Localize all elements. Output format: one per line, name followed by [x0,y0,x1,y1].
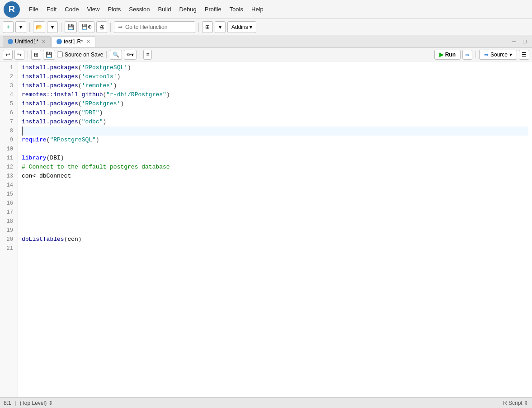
source-button[interactable]: ➡ Source ▾ [479,50,517,60]
save-editor-button[interactable]: 💾 [43,50,55,60]
editor-tabs-bar: Untitled1* ✕ test1.R* ✕ ─ □ [0,35,532,48]
editor-container: Untitled1* ✕ test1.R* ✕ ─ □ ↩ ↪ ⊞ 💾 [0,35,532,408]
run-button[interactable]: ▶ Run [434,50,461,60]
code-line-2: install.packages('devtools') [22,72,528,81]
source-arrow-icon: ➡ [484,52,489,58]
tab-test1r[interactable]: test1.R* ✕ [52,36,95,47]
menu-view[interactable]: View [83,4,103,14]
context-dropdown-icon[interactable]: ⇕ [48,400,53,406]
editor-toolbar-sep-4 [476,51,476,58]
line-num-21: 21 [0,244,15,253]
editor-toolbar-sep-2 [106,51,107,58]
tab-test1r-label: test1.R* [64,38,83,45]
menu-code[interactable]: Code [61,4,82,14]
editor-toolbar: ↩ ↪ ⊞ 💾 Source on Save 🔍 ✏ ▾ ≡ ▶ [0,48,532,61]
r-logo: R [4,1,20,18]
line-num-7: 7 [0,117,15,127]
addins-button[interactable]: Addins ▾ [227,21,256,33]
line-num-3: 3 [0,81,15,90]
tab-untitled1[interactable]: Untitled1* ✕ [3,36,51,47]
code-line-19 [22,226,528,235]
find-button[interactable]: 🔍 [110,50,122,60]
code-line-16 [22,199,528,208]
search-icon: 🔍 [113,52,119,58]
run-forward-button[interactable]: ⇒ [462,50,472,60]
code-content[interactable]: install.packages('RPostgreSQL') install.… [18,61,532,397]
print-icon: 🖨 [99,24,104,30]
go-to-file-input[interactable]: ➡ Go to file/function [114,21,195,33]
status-sep: | [15,400,16,406]
hamburger-icon: ☰ [522,52,527,58]
line-num-10: 10 [0,145,15,154]
menu-plots[interactable]: Plots [104,4,124,14]
save-editor-icon: 💾 [46,52,52,58]
addins-label: Addins [231,24,248,30]
toolbar-separator-2 [61,23,61,32]
undo-button[interactable]: ↩ [3,50,13,60]
new-file-icon: + [6,24,9,30]
editor-menu-button[interactable]: ☰ [519,50,529,60]
line-num-1: 1 [0,63,15,72]
line-num-2: 2 [0,72,15,81]
addins-dropdown-icon: ▾ [250,24,252,30]
code-line-14 [22,181,528,190]
save-icon: 💾 [67,24,74,30]
tab-untitled1-close[interactable]: ✕ [42,39,46,45]
workspace-button[interactable]: ⊞ [202,21,213,33]
context-indicator: (Top Level) ⇕ [20,400,53,406]
source-on-save-label[interactable]: Source on Save [57,52,103,58]
menu-session[interactable]: Session [125,4,153,14]
menu-file[interactable]: File [25,4,42,14]
line-num-4: 4 [0,90,15,99]
menu-help[interactable]: Help [248,4,267,14]
line-num-12: 12 [0,163,15,172]
workspace-dropdown[interactable]: ▾ [215,21,226,33]
new-file-dropdown[interactable]: ▾ [15,21,26,33]
code-line-4: remotes::install_github("r-dbi/RPostgres… [22,90,528,99]
save-all-button[interactable]: 💾⊕ [79,21,94,33]
show-in-new-window-button[interactable]: ⊞ [31,50,41,60]
editor-toolbar-sep-3 [140,51,140,58]
code-editor[interactable]: 1 2 3 4 5 6 7 8 9 10 11 12 13 14 15 16 1… [0,61,532,397]
script-type: R Script ⇕ [503,400,528,406]
run-label: Run [445,52,456,58]
menu-build[interactable]: Build [155,4,175,14]
menu-profile[interactable]: Profile [201,4,225,14]
test1r-tab-icon [56,39,62,44]
line-num-11: 11 [0,154,15,163]
code-line-20: dbListTables(con) [22,235,528,244]
line-num-8: 8 [0,127,15,136]
code-line-1: install.packages('RPostgreSQL') [22,63,528,72]
menu-edit[interactable]: Edit [43,4,60,14]
source-on-save-checkbox[interactable] [57,52,63,57]
open-file-dropdown[interactable]: ▾ [47,21,58,33]
redo-button[interactable]: ↪ [14,50,24,60]
menu-debug[interactable]: Debug [175,4,200,14]
line-num-20: 20 [0,235,15,244]
tab-test1r-close[interactable]: ✕ [86,39,90,45]
source-label: Source [490,52,508,58]
menu-tools[interactable]: Tools [226,4,247,14]
code-line-10 [22,145,528,154]
workspace-icon: ⊞ [205,24,210,30]
code-line-3: install.packages('remotes') [22,81,528,90]
code-tools-button[interactable]: ✏ ▾ [124,50,137,60]
line-numbers: 1 2 3 4 5 6 7 8 9 10 11 12 13 14 15 16 1… [0,61,18,397]
line-num-6: 6 [0,108,15,117]
line-num-16: 16 [0,199,15,208]
save-button[interactable]: 💾 [65,21,77,33]
script-type-dropdown-icon[interactable]: ⇕ [524,400,528,406]
open-file-button[interactable]: 📂 [33,21,45,33]
menu-bar: R File Edit Code View Plots Session Buil… [0,0,532,19]
code-line-9: require("RPostgreSQL") [22,136,528,145]
minimize-editor-button[interactable]: ─ [509,37,518,46]
menu-items: File Edit Code View Plots Session Build … [25,4,267,14]
print-button[interactable]: 🖨 [96,21,107,33]
main-toolbar: + ▾ 📂 ▾ 💾 💾⊕ 🖨 ➡ Go to file/function ⊞ ▾… [0,19,532,35]
code-line-6: install.packages("DBI") [22,108,528,117]
maximize-editor-button[interactable]: □ [520,37,529,46]
compile-button[interactable]: ≡ [143,50,152,60]
new-file-button[interactable]: + [3,21,14,33]
toolbar-separator-4 [198,23,199,32]
folder-icon: 📂 [36,24,42,30]
